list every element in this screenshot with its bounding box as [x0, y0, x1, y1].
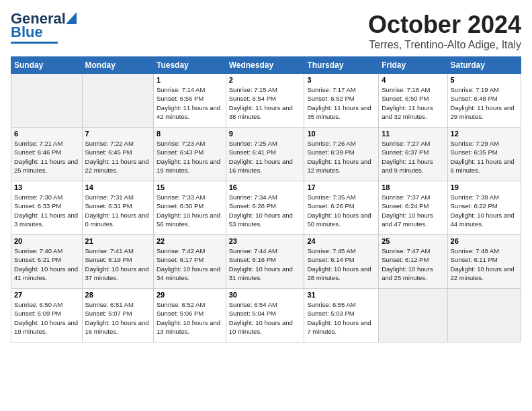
day-number: 26: [451, 237, 518, 245]
day-number: 8: [157, 130, 223, 138]
day-number: 10: [307, 130, 375, 138]
day-detail: Sunrise: 7:15 AM Sunset: 6:54 PM Dayligh…: [229, 85, 302, 121]
calendar-week-row: 13Sunrise: 7:30 AM Sunset: 6:33 PM Dayli…: [11, 181, 521, 235]
day-detail: Sunrise: 7:19 AM Sunset: 6:48 PM Dayligh…: [451, 85, 518, 121]
day-detail: Sunrise: 7:41 AM Sunset: 6:19 PM Dayligh…: [85, 246, 150, 282]
logo-underline: [11, 42, 58, 44]
day-detail: Sunrise: 7:48 AM Sunset: 6:11 PM Dayligh…: [451, 246, 518, 282]
day-number: 19: [451, 183, 518, 191]
calendar-cell: 9Sunrise: 7:25 AM Sunset: 6:41 PM Daylig…: [226, 128, 304, 181]
day-detail: Sunrise: 7:29 AM Sunset: 6:35 PM Dayligh…: [451, 139, 518, 175]
day-number: 29: [157, 291, 223, 299]
day-number: 18: [382, 183, 444, 191]
day-number: 5: [451, 76, 518, 84]
calendar-cell: [82, 74, 153, 128]
calendar-table: SundayMondayTuesdayWednesdayThursdayFrid…: [11, 56, 521, 342]
day-number: 6: [14, 130, 79, 138]
day-number: 1: [157, 76, 223, 84]
day-detail: Sunrise: 7:23 AM Sunset: 6:43 PM Dayligh…: [157, 139, 223, 175]
calendar-cell: 19Sunrise: 7:38 AM Sunset: 6:22 PM Dayli…: [447, 181, 521, 235]
weekday-header: Sunday: [11, 57, 83, 74]
logo-arrow-icon: [66, 12, 77, 24]
weekday-row: SundayMondayTuesdayWednesdayThursdayFrid…: [11, 57, 521, 74]
calendar-cell: 17Sunrise: 7:35 AM Sunset: 6:26 PM Dayli…: [304, 181, 379, 235]
day-detail: Sunrise: 6:55 AM Sunset: 5:03 PM Dayligh…: [307, 300, 375, 336]
day-number: 30: [229, 291, 302, 299]
day-number: 31: [307, 291, 375, 299]
calendar-cell: 23Sunrise: 7:44 AM Sunset: 6:16 PM Dayli…: [226, 235, 304, 289]
calendar-cell: 8Sunrise: 7:23 AM Sunset: 6:43 PM Daylig…: [154, 128, 226, 181]
calendar-cell: 7Sunrise: 7:22 AM Sunset: 6:45 PM Daylig…: [82, 128, 153, 181]
day-number: 16: [229, 183, 302, 191]
day-detail: Sunrise: 6:50 AM Sunset: 5:09 PM Dayligh…: [14, 300, 79, 336]
day-detail: Sunrise: 7:34 AM Sunset: 6:28 PM Dayligh…: [229, 193, 302, 228]
calendar-cell: 22Sunrise: 7:42 AM Sunset: 6:17 PM Dayli…: [154, 235, 226, 289]
day-detail: Sunrise: 7:14 AM Sunset: 6:56 PM Dayligh…: [157, 85, 223, 121]
calendar-cell: 12Sunrise: 7:29 AM Sunset: 6:35 PM Dayli…: [447, 128, 521, 181]
weekday-header: Saturday: [447, 57, 521, 74]
calendar-week-row: 20Sunrise: 7:40 AM Sunset: 6:21 PM Dayli…: [11, 235, 521, 289]
day-number: 3: [307, 76, 375, 84]
day-number: 28: [85, 291, 150, 299]
title-block: October 2024 Terres, Trentino-Alto Adige…: [368, 11, 521, 51]
svg-marker-0: [66, 12, 77, 24]
calendar-body: 1Sunrise: 7:14 AM Sunset: 6:56 PM Daylig…: [11, 74, 521, 342]
day-detail: Sunrise: 7:26 AM Sunset: 6:39 PM Dayligh…: [307, 139, 375, 175]
calendar-cell: 18Sunrise: 7:37 AM Sunset: 6:24 PM Dayli…: [379, 181, 447, 235]
day-number: 27: [14, 291, 79, 299]
day-detail: Sunrise: 7:44 AM Sunset: 6:16 PM Dayligh…: [229, 246, 302, 282]
day-detail: Sunrise: 7:33 AM Sunset: 6:30 PM Dayligh…: [157, 193, 223, 228]
calendar-cell: 13Sunrise: 7:30 AM Sunset: 6:33 PM Dayli…: [11, 181, 83, 235]
weekday-header: Friday: [379, 57, 447, 74]
calendar-cell: [447, 289, 521, 342]
calendar-cell: 5Sunrise: 7:19 AM Sunset: 6:48 PM Daylig…: [447, 74, 521, 128]
calendar-cell: 15Sunrise: 7:33 AM Sunset: 6:30 PM Dayli…: [154, 181, 226, 235]
calendar-cell: 29Sunrise: 6:52 AM Sunset: 5:06 PM Dayli…: [154, 289, 226, 342]
calendar-week-row: 27Sunrise: 6:50 AM Sunset: 5:09 PM Dayli…: [11, 289, 521, 342]
calendar-cell: 28Sunrise: 6:51 AM Sunset: 5:07 PM Dayli…: [82, 289, 153, 342]
day-detail: Sunrise: 7:42 AM Sunset: 6:17 PM Dayligh…: [157, 246, 223, 282]
day-number: 9: [229, 130, 302, 138]
day-detail: Sunrise: 6:51 AM Sunset: 5:07 PM Dayligh…: [85, 300, 150, 336]
day-number: 13: [14, 183, 79, 191]
day-number: 20: [14, 237, 79, 245]
day-detail: Sunrise: 7:37 AM Sunset: 6:24 PM Dayligh…: [382, 193, 444, 228]
day-number: 23: [229, 237, 302, 245]
calendar-cell: 2Sunrise: 7:15 AM Sunset: 6:54 PM Daylig…: [226, 74, 304, 128]
calendar-cell: 21Sunrise: 7:41 AM Sunset: 6:19 PM Dayli…: [82, 235, 153, 289]
day-number: 17: [307, 183, 375, 191]
day-number: 14: [85, 183, 150, 191]
calendar-cell: 27Sunrise: 6:50 AM Sunset: 5:09 PM Dayli…: [11, 289, 83, 342]
calendar-cell: 11Sunrise: 7:27 AM Sunset: 6:37 PM Dayli…: [379, 128, 447, 181]
calendar-cell: 31Sunrise: 6:55 AM Sunset: 5:03 PM Dayli…: [304, 289, 379, 342]
day-detail: Sunrise: 7:31 AM Sunset: 6:31 PM Dayligh…: [85, 193, 150, 228]
calendar-cell: 14Sunrise: 7:31 AM Sunset: 6:31 PM Dayli…: [82, 181, 153, 235]
calendar-subtitle: Terres, Trentino-Alto Adige, Italy: [368, 39, 521, 51]
logo: General Blue: [11, 11, 77, 44]
calendar-cell: 26Sunrise: 7:48 AM Sunset: 6:11 PM Dayli…: [447, 235, 521, 289]
day-detail: Sunrise: 7:40 AM Sunset: 6:21 PM Dayligh…: [14, 246, 79, 282]
calendar-cell: 6Sunrise: 7:21 AM Sunset: 6:46 PM Daylig…: [11, 128, 83, 181]
calendar-cell: 24Sunrise: 7:45 AM Sunset: 6:14 PM Dayli…: [304, 235, 379, 289]
calendar-title: October 2024: [368, 11, 521, 39]
page-header: General Blue October 2024 Terres, Trenti…: [11, 11, 521, 51]
calendar-cell: 30Sunrise: 6:54 AM Sunset: 5:04 PM Dayli…: [226, 289, 304, 342]
calendar-week-row: 6Sunrise: 7:21 AM Sunset: 6:46 PM Daylig…: [11, 128, 521, 181]
day-detail: Sunrise: 7:18 AM Sunset: 6:50 PM Dayligh…: [382, 85, 444, 121]
day-detail: Sunrise: 7:30 AM Sunset: 6:33 PM Dayligh…: [14, 193, 79, 228]
calendar-cell: 20Sunrise: 7:40 AM Sunset: 6:21 PM Dayli…: [11, 235, 83, 289]
day-detail: Sunrise: 7:27 AM Sunset: 6:37 PM Dayligh…: [382, 139, 444, 175]
day-number: 4: [382, 76, 444, 84]
day-number: 25: [382, 237, 444, 245]
day-detail: Sunrise: 7:38 AM Sunset: 6:22 PM Dayligh…: [451, 193, 518, 228]
day-detail: Sunrise: 7:35 AM Sunset: 6:26 PM Dayligh…: [307, 193, 375, 228]
day-number: 11: [382, 130, 444, 138]
calendar-cell: 10Sunrise: 7:26 AM Sunset: 6:39 PM Dayli…: [304, 128, 379, 181]
weekday-header: Wednesday: [226, 57, 304, 74]
calendar-cell: 4Sunrise: 7:18 AM Sunset: 6:50 PM Daylig…: [379, 74, 447, 128]
weekday-header: Monday: [82, 57, 153, 74]
calendar-cell: [11, 74, 83, 128]
calendar-header: SundayMondayTuesdayWednesdayThursdayFrid…: [11, 57, 521, 74]
calendar-cell: 1Sunrise: 7:14 AM Sunset: 6:56 PM Daylig…: [154, 74, 226, 128]
day-number: 2: [229, 76, 302, 84]
